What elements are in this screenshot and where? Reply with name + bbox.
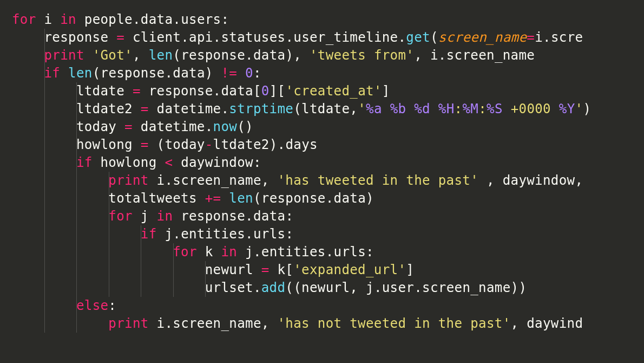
- code-token: ]: [406, 262, 414, 277]
- code-token: .: [165, 66, 173, 81]
- code-token: screen_name: [173, 173, 261, 188]
- code-token: now: [213, 119, 238, 134]
- code-token: urls: [253, 226, 285, 242]
- code-token: :: [478, 101, 487, 116]
- code-token: !=: [221, 66, 238, 81]
- code-token: %d: [414, 101, 430, 116]
- code-token: if: [44, 66, 60, 81]
- code-block: for i in people.data.users: response = c…: [12, 11, 591, 333]
- code-token: newurl: [12, 262, 261, 277]
- code-token: 'has tweeted in the past': [278, 173, 479, 188]
- code-token: =: [133, 83, 141, 99]
- code-token: %H: [438, 101, 455, 116]
- code-token: for: [173, 244, 197, 260]
- code-token: if: [141, 226, 157, 242]
- code-token: data: [253, 48, 285, 63]
- code-token: .: [285, 30, 293, 45]
- code-token: urlset: [12, 280, 253, 295]
- code-token: j: [133, 209, 157, 224]
- code-token: data: [141, 12, 173, 27]
- code-token: newurl: [301, 280, 350, 295]
- code-token: for: [108, 209, 133, 224]
- code-token: %a: [366, 101, 382, 116]
- code-token: user_timeline: [293, 30, 398, 45]
- code-token: [149, 137, 157, 152]
- code-token: .: [543, 30, 551, 45]
- code-editor[interactable]: for i in people.data.users: response = c…: [0, 0, 644, 363]
- code-token: daywindow: [503, 173, 575, 188]
- code-token: 'has not tweeted in the past': [278, 316, 511, 331]
- code-token: [12, 48, 44, 63]
- code-token: :: [285, 226, 293, 242]
- code-token: [382, 101, 390, 116]
- code-token: .: [133, 12, 141, 27]
- code-token: [237, 66, 245, 81]
- code-token: response: [12, 30, 116, 45]
- code-token: .: [326, 244, 334, 260]
- code-token: ltdate2: [213, 137, 270, 152]
- code-token: add: [261, 280, 286, 295]
- code-token: data: [253, 209, 285, 224]
- code-token: data: [173, 66, 205, 81]
- code-token: 'Got': [93, 48, 133, 63]
- code-token: in: [221, 244, 237, 260]
- code-token: ,: [414, 48, 430, 63]
- code-token: ((: [285, 280, 301, 295]
- code-token: <: [165, 155, 173, 170]
- code-token: screen_name: [422, 280, 510, 295]
- code-token: (: [253, 191, 261, 206]
- code-token: ): [285, 48, 293, 63]
- code-token: (: [93, 66, 101, 81]
- code-token: scre: [551, 30, 583, 45]
- code-token: screen_name: [446, 48, 535, 63]
- code-token: .: [398, 30, 406, 45]
- code-token: (: [430, 30, 438, 45]
- code-token: today: [165, 137, 205, 152]
- code-token: %M: [462, 101, 478, 116]
- code-token: i: [149, 316, 165, 331]
- code-token: -: [205, 137, 213, 152]
- code-token: ': [358, 101, 366, 116]
- code-token: in: [60, 12, 76, 27]
- code-token: [430, 101, 438, 116]
- code-token: [84, 48, 93, 63]
- code-token: ': [575, 101, 583, 116]
- code-token: days: [285, 137, 317, 152]
- code-token: howlong: [12, 137, 141, 152]
- code-token: :: [455, 101, 463, 116]
- code-token: .: [414, 280, 422, 295]
- code-token: statuses: [221, 30, 285, 45]
- code-token: howlong: [93, 155, 165, 170]
- code-token: totaltweets: [12, 191, 205, 206]
- code-token: response: [141, 83, 213, 99]
- code-token: data: [221, 83, 253, 99]
- code-token: ltdate: [12, 83, 133, 99]
- code-token: get: [406, 30, 430, 45]
- code-token: %S: [487, 101, 503, 116]
- code-token: 'tweets from': [310, 48, 414, 63]
- code-token: response: [101, 66, 165, 81]
- code-token: screen_name: [173, 316, 261, 331]
- code-token: :: [108, 298, 116, 313]
- code-token: people: [76, 12, 133, 27]
- code-token: .: [165, 316, 173, 331]
- code-token: [12, 316, 108, 331]
- code-token: api: [189, 30, 213, 45]
- code-token: in: [157, 209, 173, 224]
- code-token: ,: [350, 101, 358, 116]
- code-token: )): [511, 280, 527, 295]
- code-token: ): [270, 137, 278, 152]
- code-token: users: [181, 12, 221, 27]
- code-token: ,: [261, 316, 278, 331]
- code-token: i: [430, 48, 438, 63]
- code-token: =: [527, 30, 535, 45]
- code-token: user: [382, 280, 414, 295]
- code-token: =: [141, 137, 149, 152]
- code-token: .: [173, 226, 181, 242]
- code-token: ,: [487, 173, 503, 188]
- code-token: [12, 155, 76, 170]
- code-token: .: [245, 48, 253, 63]
- code-token: (): [237, 119, 253, 134]
- code-token: =: [261, 262, 270, 277]
- code-token: daywind: [527, 316, 583, 331]
